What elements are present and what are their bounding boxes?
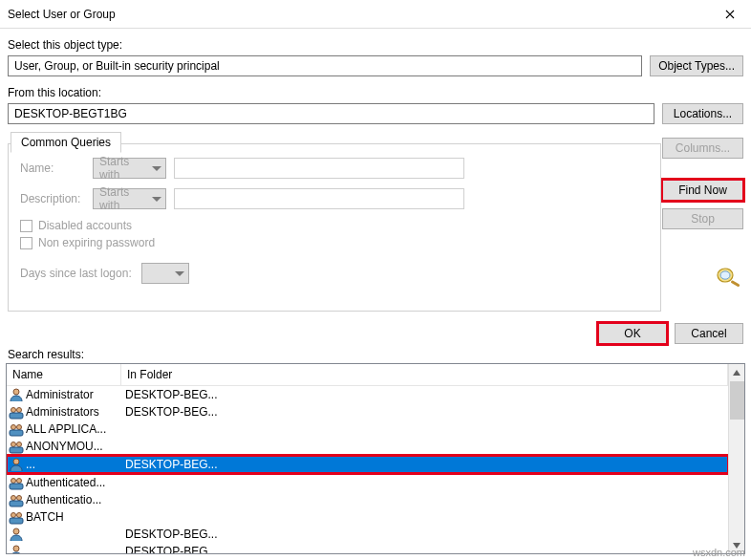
result-name-cell: Authenticated... bbox=[7, 475, 121, 490]
svg-point-21 bbox=[17, 513, 22, 518]
columns-button[interactable]: Columns... bbox=[662, 138, 743, 159]
group-icon bbox=[9, 509, 24, 525]
name-mode-combo[interactable]: Starts with bbox=[93, 158, 166, 179]
svg-rect-19 bbox=[10, 501, 23, 506]
svg-point-23 bbox=[13, 528, 19, 534]
cancel-button[interactable]: Cancel bbox=[675, 323, 743, 344]
svg-point-10 bbox=[11, 442, 16, 447]
svg-point-8 bbox=[17, 425, 22, 430]
scroll-thumb[interactable] bbox=[730, 381, 744, 420]
user-icon bbox=[9, 457, 24, 472]
table-row[interactable]: DESKTOP-BEG... bbox=[7, 526, 728, 543]
ok-button[interactable]: OK bbox=[598, 323, 667, 344]
svg-point-4 bbox=[11, 408, 16, 413]
close-button[interactable] bbox=[708, 0, 751, 29]
result-name-cell bbox=[7, 544, 121, 553]
svg-point-1 bbox=[720, 271, 730, 279]
svg-point-7 bbox=[11, 425, 16, 430]
name-input[interactable] bbox=[174, 158, 464, 179]
table-row[interactable]: AdministratorsDESKTOP-BEG... bbox=[7, 403, 728, 420]
description-input[interactable] bbox=[174, 188, 464, 209]
svg-rect-2 bbox=[731, 280, 740, 288]
result-name-cell: ANONYMOU... bbox=[7, 439, 121, 454]
table-row[interactable]: ALL APPLICA... bbox=[7, 420, 728, 438]
table-row[interactable]: AdministratorDESKTOP-BEG... bbox=[7, 386, 728, 403]
scrollbar[interactable] bbox=[728, 364, 744, 553]
result-name-cell: BATCH bbox=[7, 509, 121, 525]
table-row[interactable]: Authenticatio... bbox=[7, 491, 728, 508]
result-folder-cell: DESKTOP-BEG... bbox=[121, 545, 728, 553]
svg-rect-22 bbox=[10, 518, 23, 524]
column-header-folder[interactable]: In Folder bbox=[121, 364, 728, 385]
results-header: Name In Folder bbox=[7, 364, 728, 386]
table-row[interactable]: BATCH bbox=[7, 508, 728, 526]
description-label: Description: bbox=[20, 192, 85, 205]
object-type-label: Select this object type: bbox=[8, 38, 743, 52]
svg-point-11 bbox=[17, 442, 22, 447]
svg-rect-12 bbox=[10, 447, 23, 453]
search-icon bbox=[713, 266, 743, 289]
group-icon bbox=[9, 421, 24, 437]
group-icon bbox=[9, 475, 24, 490]
stop-button[interactable]: Stop bbox=[662, 208, 743, 229]
column-header-name[interactable]: Name bbox=[7, 364, 121, 385]
user-icon bbox=[9, 387, 24, 402]
svg-point-14 bbox=[11, 479, 16, 484]
chevron-down-icon bbox=[175, 271, 184, 276]
window-title: Select User or Group bbox=[8, 8, 708, 21]
table-row[interactable]: ...DESKTOP-BEG... bbox=[7, 456, 728, 473]
days-since-logon-combo[interactable] bbox=[141, 263, 189, 284]
result-name-cell: Administrator bbox=[7, 387, 121, 402]
svg-point-18 bbox=[17, 496, 22, 501]
svg-rect-6 bbox=[10, 413, 23, 419]
svg-point-24 bbox=[13, 546, 19, 551]
location-field[interactable] bbox=[8, 103, 654, 124]
scroll-up-icon[interactable] bbox=[729, 364, 745, 380]
locations-button[interactable]: Locations... bbox=[662, 103, 743, 124]
group-icon bbox=[9, 404, 24, 420]
result-folder-cell: DESKTOP-BEG... bbox=[121, 528, 728, 541]
days-since-logon-label: Days since last logon: bbox=[20, 267, 132, 280]
object-types-button[interactable]: Object Types... bbox=[650, 55, 743, 76]
table-row[interactable]: ANONYMOU... bbox=[7, 438, 728, 455]
svg-point-3 bbox=[13, 389, 19, 395]
chevron-down-icon bbox=[152, 197, 161, 202]
svg-point-13 bbox=[13, 459, 19, 464]
location-label: From this location: bbox=[8, 86, 743, 99]
svg-point-15 bbox=[17, 479, 22, 484]
checkbox-icon bbox=[20, 237, 32, 249]
result-folder-cell: DESKTOP-BEG... bbox=[121, 405, 728, 419]
disabled-accounts-checkbox[interactable]: Disabled accounts bbox=[20, 219, 649, 232]
user-icon bbox=[9, 527, 24, 542]
result-folder-cell: DESKTOP-BEG... bbox=[121, 388, 728, 401]
group-icon bbox=[9, 439, 24, 454]
tab-common-queries[interactable]: Common Queries bbox=[11, 132, 121, 153]
svg-point-20 bbox=[11, 513, 16, 518]
result-name-cell: Administrators bbox=[7, 404, 121, 420]
search-results-label: Search results: bbox=[0, 344, 751, 363]
result-name-cell: ALL APPLICA... bbox=[7, 421, 121, 437]
object-type-field[interactable] bbox=[8, 55, 642, 76]
search-results-list: Name In Folder AdministratorDESKTOP-BEG.… bbox=[6, 363, 745, 554]
watermark: wsxdn.com bbox=[693, 547, 745, 558]
result-name-cell: ... bbox=[7, 457, 121, 472]
result-name-cell: Authenticatio... bbox=[7, 492, 121, 507]
title-bar: Select User or Group bbox=[0, 0, 751, 29]
common-queries-group: Common Queries Name: Starts with Descrip… bbox=[8, 143, 661, 312]
result-folder-cell: DESKTOP-BEG... bbox=[121, 458, 728, 471]
name-label: Name: bbox=[20, 162, 85, 175]
close-icon bbox=[725, 10, 735, 19]
svg-rect-16 bbox=[10, 484, 23, 489]
chevron-down-icon bbox=[152, 166, 161, 171]
find-now-button[interactable]: Find Now bbox=[662, 180, 743, 201]
table-row[interactable]: Authenticated... bbox=[7, 474, 728, 491]
svg-rect-9 bbox=[10, 430, 23, 436]
svg-point-5 bbox=[17, 408, 22, 413]
user-icon bbox=[9, 544, 24, 553]
table-row[interactable]: DESKTOP-BEG... bbox=[7, 543, 728, 553]
group-icon bbox=[9, 492, 24, 507]
non-expiring-checkbox[interactable]: Non expiring password bbox=[20, 236, 649, 249]
description-mode-combo[interactable]: Starts with bbox=[93, 188, 166, 209]
svg-point-17 bbox=[11, 496, 16, 501]
result-name-cell bbox=[7, 527, 121, 542]
